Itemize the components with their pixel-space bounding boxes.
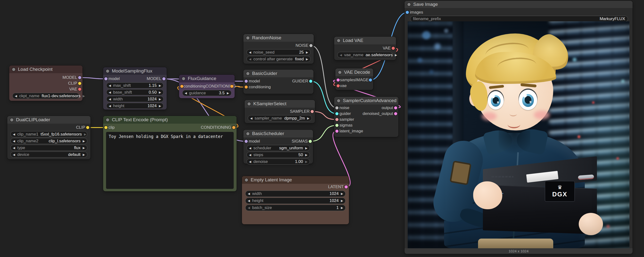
arrow-left-icon[interactable]: ◀ (13, 133, 15, 136)
output-dot-conditioning[interactable] (230, 85, 234, 88)
collapse-dot-icon[interactable] (106, 70, 109, 73)
arrow-left-icon[interactable]: ◀ (249, 58, 251, 61)
arrow-left-icon[interactable]: ◀ (250, 117, 252, 120)
collapse-dot-icon[interactable] (246, 72, 250, 75)
node-header[interactable]: Load VAE (334, 37, 396, 44)
output-dot-model[interactable] (162, 77, 166, 80)
node-header[interactable]: Save Image (404, 1, 632, 8)
arrow-right-icon[interactable]: ▶ (159, 98, 161, 101)
arrow-right-icon[interactable]: ▶ (341, 206, 343, 209)
arrow-right-icon[interactable]: ▶ (159, 104, 161, 107)
arrow-right-icon[interactable]: ▶ (307, 117, 310, 120)
arrow-left-icon[interactable]: ◀ (13, 146, 15, 149)
widget-vae-name[interactable]: ◀ vae_name ae.safetensors ▶ (337, 52, 393, 58)
input-dot-model[interactable] (104, 77, 108, 80)
widget-steps[interactable]: ◀ steps 50 ▶ (246, 152, 310, 158)
input-dot-sigmas[interactable] (335, 124, 338, 127)
collapse-dot-icon[interactable] (408, 3, 410, 6)
output-dot-vae[interactable] (392, 47, 395, 50)
output-dot-sigmas[interactable] (309, 140, 312, 143)
node-basicscheduler[interactable]: BasicScheduler model SIGMAS ◀ scheduler … (244, 130, 313, 164)
widget-clip-name2[interactable]: ◀ clip_name2 clip_l.safetensors ▶ (10, 138, 87, 144)
node-load-vae[interactable]: Load VAE VAE ◀ vae_name ae.safetensors ▶ (334, 37, 396, 60)
arrow-left-icon[interactable]: ◀ (249, 153, 251, 156)
arrow-left-icon[interactable]: ◀ (109, 84, 111, 87)
arrow-right-icon[interactable]: ▶ (159, 91, 161, 94)
input-dot-images[interactable] (406, 11, 409, 14)
arrow-right-icon[interactable]: ▶ (159, 84, 161, 87)
arrow-right-icon[interactable]: ▶ (305, 160, 308, 163)
node-header[interactable]: CLIP Text Encode (Prompt) (103, 116, 236, 124)
output-dot-guider[interactable] (309, 80, 312, 83)
widget-width[interactable]: ◀ width 1024 ▶ (245, 191, 346, 197)
prompt-textarea[interactable]: Toy Jensen holding a DGX Spark in a data… (106, 132, 234, 189)
widget-ckpt-name[interactable]: ◀ ckpt_name flux1-dev.safetensors ▶ (12, 93, 79, 99)
input-dot-vae[interactable] (336, 84, 340, 87)
collapse-dot-icon[interactable] (337, 99, 340, 102)
arrow-right-icon[interactable]: ▶ (305, 147, 308, 150)
output-dot-noise[interactable] (310, 44, 312, 47)
collapse-dot-icon[interactable] (245, 178, 248, 182)
collapse-dot-icon[interactable] (248, 102, 251, 105)
arrow-right-icon[interactable]: ▶ (83, 153, 85, 156)
output-dot-model[interactable] (78, 76, 81, 79)
arrow-right-icon[interactable]: ▶ (227, 92, 229, 95)
node-basicguider[interactable]: BasicGuider model GUIDER conditioning (244, 70, 314, 94)
node-header[interactable]: FluxGuidance (179, 75, 235, 82)
widget-device[interactable]: ◀ device default ▶ (10, 152, 87, 158)
output-dot-output[interactable] (394, 106, 397, 110)
graph-canvas[interactable]: Load Checkpoint MODEL CLIP VAE ◀ ckpt_na… (0, 0, 644, 257)
node-header[interactable]: BasicGuider (244, 70, 314, 77)
output-dot-image[interactable] (369, 79, 372, 82)
arrow-left-icon[interactable]: ◀ (15, 95, 17, 97)
widget-filename-prefix[interactable]: filename_prefix MarkuryFLUX (410, 16, 628, 22)
widget-control-after-generate[interactable]: ◀ control after generate fixed ▶ (246, 56, 310, 62)
arrow-right-icon[interactable]: ▶ (83, 146, 85, 149)
node-empty-latent-image[interactable]: Empty Latent Image LATENT ◀ width 1024 ▶… (242, 176, 349, 224)
collapse-dot-icon[interactable] (246, 36, 250, 39)
input-dot-guider[interactable] (335, 112, 338, 115)
input-dot-clip[interactable] (104, 126, 108, 129)
arrow-left-icon[interactable]: ◀ (109, 91, 111, 94)
widget-scheduler[interactable]: ◀ scheduler sgm_uniform ▶ (246, 145, 310, 151)
node-header[interactable]: Empty Latent Image (242, 176, 349, 184)
arrow-right-icon[interactable]: ▶ (306, 58, 308, 61)
collapse-dot-icon[interactable] (338, 71, 342, 74)
node-header[interactable]: KSamplerSelect (244, 100, 315, 108)
arrow-left-icon[interactable]: ◀ (109, 98, 111, 101)
arrow-right-icon[interactable]: ▶ (84, 133, 86, 136)
widget-height[interactable]: ◀ height 1024 ▶ (245, 198, 346, 204)
node-header[interactable]: DualCLIPLoader (7, 116, 90, 124)
widget-height[interactable]: ◀ height 1024 ▶ (106, 103, 164, 109)
arrow-left-icon[interactable]: ◀ (13, 140, 15, 143)
arrow-right-icon[interactable]: ▶ (341, 199, 343, 202)
widget-denoise[interactable]: ◀ denoise 1.00 ▶ (246, 159, 310, 165)
collapse-dot-icon[interactable] (10, 118, 13, 121)
node-header[interactable]: SamplerCustomAdvanced (334, 97, 398, 104)
arrow-right-icon[interactable]: ▶ (395, 54, 397, 56)
input-dot-conditioning[interactable] (244, 86, 248, 89)
widget-clip-name1[interactable]: ◀ clip_name1 t5xxl_fp16.safetensors ▶ (10, 131, 87, 137)
input-dot-latent-image[interactable] (335, 130, 338, 133)
input-dot-sampler[interactable] (335, 118, 338, 121)
node-ksamplerselect[interactable]: KSamplerSelect SAMPLER ◀ sampler_name dp… (244, 100, 315, 123)
arrow-right-icon[interactable]: ▶ (341, 192, 343, 195)
output-dot-clip[interactable] (86, 126, 89, 129)
node-fluxguidance[interactable]: FluxGuidance conditioning CONDITIONING ◀… (179, 75, 235, 98)
arrow-right-icon[interactable]: ▶ (83, 95, 85, 97)
input-dot-samples[interactable] (336, 79, 340, 82)
output-dot-denoised-output[interactable] (394, 112, 397, 115)
input-dot-model[interactable] (244, 80, 248, 83)
node-randomnoise[interactable]: RandomNoise NOISE ◀ noise_seed 25 ▶ ◀ co… (244, 34, 314, 64)
widget-noise-seed[interactable]: ◀ noise_seed 25 ▶ (246, 49, 310, 55)
node-load-checkpoint[interactable]: Load Checkpoint MODEL CLIP VAE ◀ ckpt_na… (9, 65, 82, 101)
collapse-dot-icon[interactable] (12, 68, 15, 71)
arrow-left-icon[interactable]: ◀ (185, 92, 187, 95)
output-dot-clip[interactable] (78, 82, 81, 85)
arrow-right-icon[interactable]: ▶ (306, 51, 308, 54)
arrow-right-icon[interactable]: ▶ (83, 140, 85, 143)
node-header[interactable]: BasicScheduler (244, 130, 313, 137)
arrow-left-icon[interactable]: ◀ (249, 147, 251, 150)
node-save-image[interactable]: Save Image images filename_prefix Markur… (404, 1, 632, 254)
arrow-left-icon[interactable]: ◀ (13, 153, 15, 156)
